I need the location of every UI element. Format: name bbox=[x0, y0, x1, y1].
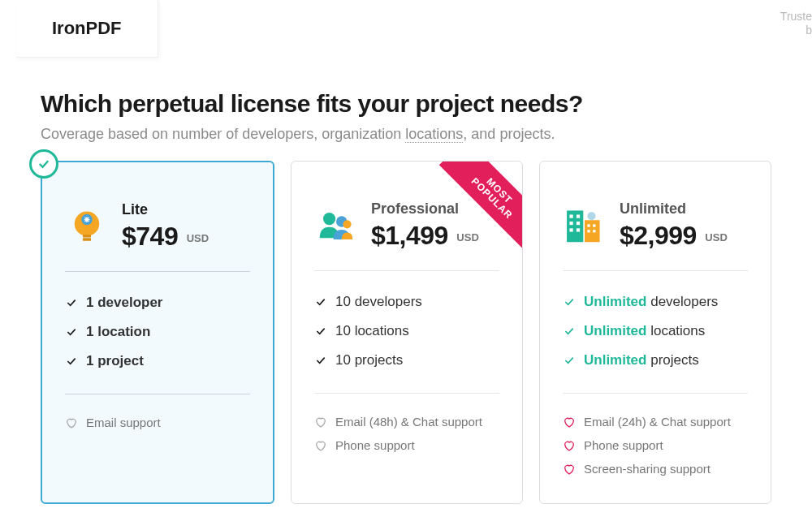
subtitle-pre: Coverage based on number of developers, … bbox=[41, 126, 405, 142]
subtitle-post: , and projects. bbox=[463, 126, 555, 142]
check-icon bbox=[65, 296, 78, 309]
tier-price: $1,499 bbox=[371, 221, 448, 251]
heart-icon bbox=[563, 439, 576, 452]
pricing-card-professional[interactable]: MOSTPOPULAR Professional $1,499 bbox=[291, 161, 523, 504]
svg-rect-3 bbox=[83, 238, 91, 240]
svg-rect-11 bbox=[577, 222, 580, 225]
divider bbox=[65, 394, 250, 394]
feature-item: 10 developers bbox=[314, 287, 499, 317]
svg-point-6 bbox=[343, 220, 351, 228]
support-text: Email support bbox=[86, 416, 161, 429]
check-icon bbox=[314, 325, 327, 338]
feature-item: 1 developer bbox=[65, 288, 250, 317]
feature-text: Unlimited developers bbox=[584, 294, 718, 310]
svg-rect-9 bbox=[577, 215, 580, 218]
divider bbox=[563, 270, 748, 271]
check-icon bbox=[65, 355, 78, 368]
support-list: Email support bbox=[65, 411, 250, 434]
tier-name: Lite bbox=[122, 201, 209, 218]
support-list: Email (24h) & Chat support Phone support… bbox=[563, 410, 748, 480]
currency-label: USD bbox=[705, 231, 727, 243]
feature-text: 1 developer bbox=[86, 295, 163, 311]
pricing-card-lite[interactable]: Lite $749 USD 1 developer 1 location 1 p… bbox=[41, 161, 274, 504]
feature-list: 1 developer 1 location 1 project bbox=[65, 288, 250, 376]
svg-rect-18 bbox=[593, 230, 595, 232]
heart-icon bbox=[314, 439, 327, 452]
svg-rect-13 bbox=[577, 228, 580, 231]
divider bbox=[65, 271, 250, 272]
svg-point-19 bbox=[587, 212, 595, 220]
buildings-icon bbox=[563, 204, 607, 248]
divider bbox=[563, 393, 748, 394]
feature-text: Unlimited projects bbox=[584, 352, 699, 368]
feature-text: Unlimited locations bbox=[584, 323, 705, 339]
support-item: Email (48h) & Chat support bbox=[314, 410, 499, 433]
support-item: Phone support bbox=[563, 433, 748, 457]
feature-text: 10 projects bbox=[335, 352, 403, 368]
feature-item: 1 location bbox=[65, 317, 250, 347]
heart-icon bbox=[563, 416, 576, 429]
pricing-card-unlimited[interactable]: Unlimited $2,999 USD Unlimited developer… bbox=[539, 161, 771, 504]
check-icon bbox=[314, 295, 327, 308]
support-item: Email (24h) & Chat support bbox=[563, 410, 748, 433]
tier-name: Unlimited bbox=[620, 200, 728, 218]
support-text: Phone support bbox=[335, 438, 415, 452]
selected-check-icon bbox=[29, 149, 58, 179]
feature-text: 10 locations bbox=[335, 323, 409, 339]
svg-rect-14 bbox=[585, 220, 600, 242]
product-tab[interactable]: IronPDF bbox=[16, 0, 158, 58]
svg-rect-15 bbox=[587, 224, 590, 226]
pricing-cards: Lite $749 USD 1 developer 1 location 1 p… bbox=[41, 161, 771, 504]
tier-name: Professional bbox=[371, 200, 479, 218]
feature-list: Unlimited developers Unlimited locations… bbox=[563, 287, 748, 375]
support-item: Screen-sharing support bbox=[563, 457, 748, 480]
currency-label: USD bbox=[187, 232, 209, 244]
divider bbox=[314, 393, 499, 394]
svg-rect-17 bbox=[587, 230, 590, 232]
support-list: Email (48h) & Chat support Phone support bbox=[314, 410, 499, 457]
feature-item: Unlimited projects bbox=[563, 346, 748, 375]
check-icon bbox=[314, 354, 327, 367]
support-text: Email (48h) & Chat support bbox=[335, 415, 482, 429]
check-icon bbox=[563, 295, 576, 308]
svg-rect-2 bbox=[83, 235, 91, 237]
trusted-snippet: Truste b bbox=[780, 10, 812, 37]
feature-list: 10 developers 10 locations 10 projects bbox=[314, 287, 499, 375]
heart-icon bbox=[563, 463, 576, 476]
locations-tooltip-term[interactable]: locations bbox=[405, 126, 463, 143]
lightbulb-icon bbox=[65, 205, 109, 248]
check-icon bbox=[563, 325, 576, 338]
people-icon bbox=[314, 204, 358, 248]
svg-rect-7 bbox=[567, 210, 583, 242]
svg-rect-8 bbox=[569, 215, 572, 218]
trusted-line-2: b bbox=[806, 24, 812, 37]
trusted-line-1: Truste bbox=[780, 10, 812, 23]
check-icon bbox=[65, 325, 78, 338]
feature-item: 10 projects bbox=[314, 346, 499, 375]
tier-price: $2,999 bbox=[620, 221, 697, 251]
page-subtitle: Coverage based on number of developers, … bbox=[41, 126, 771, 143]
support-text: Phone support bbox=[584, 438, 663, 452]
divider bbox=[314, 270, 499, 271]
heart-icon bbox=[314, 416, 327, 429]
page-title: Which perpetual license fits your projec… bbox=[41, 90, 771, 118]
svg-rect-10 bbox=[569, 222, 572, 225]
check-icon bbox=[563, 354, 576, 367]
tier-price: $749 bbox=[122, 222, 178, 252]
support-item: Email support bbox=[65, 411, 250, 434]
feature-text: 10 developers bbox=[335, 294, 422, 310]
feature-item: 10 locations bbox=[314, 317, 499, 346]
feature-item: 1 project bbox=[65, 347, 250, 376]
support-text: Email (24h) & Chat support bbox=[584, 415, 731, 429]
svg-rect-12 bbox=[569, 228, 572, 231]
support-text: Screen-sharing support bbox=[584, 462, 710, 476]
feature-text: 1 project bbox=[86, 353, 144, 369]
feature-item: Unlimited developers bbox=[563, 287, 748, 317]
feature-text: 1 location bbox=[86, 324, 150, 340]
currency-label: USD bbox=[456, 231, 478, 243]
svg-point-4 bbox=[323, 213, 335, 225]
support-item: Phone support bbox=[314, 433, 499, 457]
svg-rect-16 bbox=[593, 224, 595, 226]
heart-icon bbox=[65, 416, 78, 429]
feature-item: Unlimited locations bbox=[563, 317, 748, 346]
